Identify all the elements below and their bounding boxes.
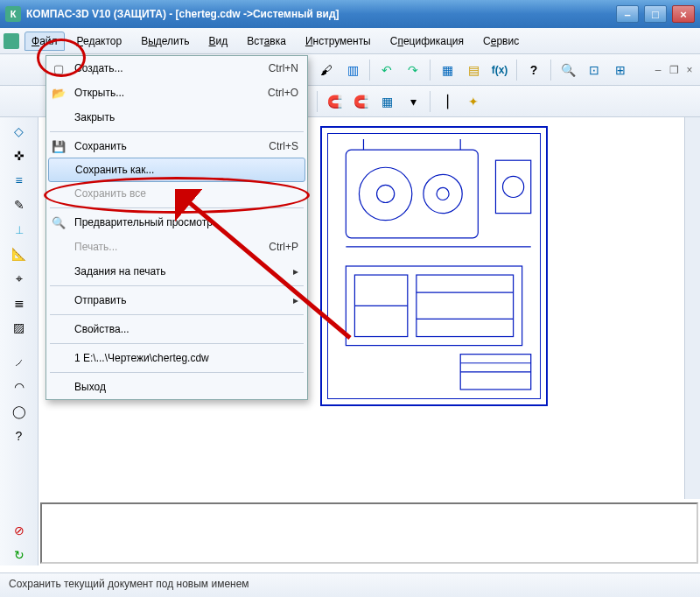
- tool-line-icon[interactable]: ⟋: [9, 352, 30, 373]
- open-folder-icon: 📂: [50, 84, 67, 102]
- tool-param-icon[interactable]: ⟂: [9, 219, 30, 240]
- blank-icon: [50, 238, 67, 256]
- window-icon[interactable]: ▥: [341, 59, 364, 81]
- statusbar: Сохранить текущий документ под новым име…: [0, 572, 700, 597]
- window-title: КОМПАС-3D V10 (ЗАЩИТА) - [cherteg.cdw ->…: [26, 8, 340, 20]
- save-disk-icon: 💾: [50, 137, 67, 155]
- tool-stop-icon[interactable]: ⊘: [9, 520, 30, 541]
- titlebar: К КОМПАС-3D V10 (ЗАЩИТА) - [cherteg.cdw …: [0, 0, 700, 28]
- separator: [50, 207, 304, 208]
- zoom-fit-icon[interactable]: ⊡: [583, 59, 606, 81]
- separator: [430, 60, 430, 81]
- line-tool-icon[interactable]: ⎮: [436, 90, 458, 113]
- tool-arc-icon[interactable]: ◠: [9, 376, 30, 397]
- dd-saveas[interactable]: Сохранить как...: [48, 158, 305, 182]
- blank-icon: [50, 349, 67, 367]
- new-document-icon: ▢: [50, 60, 67, 77]
- dd-open[interactable]: 📂 Открыть... Ctrl+O: [46, 81, 307, 105]
- minimize-button[interactable]: –: [616, 5, 639, 23]
- mdi-close-icon[interactable]: ×: [682, 63, 696, 77]
- svg-rect-6: [495, 160, 530, 213]
- fx-icon[interactable]: f(x): [488, 59, 511, 81]
- menu-insert[interactable]: Вставка: [240, 32, 293, 51]
- blank-icon: [50, 378, 67, 396]
- mdi-restore-icon[interactable]: ❐: [667, 63, 681, 77]
- svg-point-5: [437, 187, 449, 200]
- redo-icon[interactable]: ↷: [402, 59, 424, 81]
- tool-refresh-icon[interactable]: ↻: [9, 544, 30, 565]
- menu-file[interactable]: Файл: [24, 32, 65, 51]
- tool-hatch-icon[interactable]: ▨: [9, 317, 30, 338]
- tool-spec-icon[interactable]: ≣: [9, 292, 30, 313]
- separator: [550, 60, 551, 81]
- tool-edit-icon[interactable]: ✎: [9, 194, 30, 215]
- zoom-all-icon[interactable]: ⊞: [609, 59, 632, 81]
- tool-help-icon[interactable]: ?: [9, 425, 30, 446]
- separator: [516, 60, 517, 81]
- separator: [369, 60, 370, 81]
- help-icon[interactable]: ?: [522, 59, 545, 81]
- separator: [50, 343, 304, 344]
- dd-print[interactable]: Печать... Ctrl+P: [46, 235, 307, 259]
- brush-icon[interactable]: 🖌: [315, 59, 338, 81]
- dd-props[interactable]: Свойства...: [46, 317, 307, 341]
- dd-save[interactable]: 💾 Сохранить Ctrl+S: [46, 134, 307, 158]
- maximize-button[interactable]: □: [644, 5, 667, 23]
- gearbox-drawing: [328, 134, 540, 398]
- manager-icon[interactable]: ▤: [462, 59, 485, 81]
- separator: [50, 314, 304, 315]
- dd-saveall[interactable]: Сохранить все: [46, 181, 307, 206]
- menu-specification[interactable]: Спецификация: [383, 32, 471, 51]
- dd-recent[interactable]: 1 E:\...\Чертежи\cherteg.cdw: [46, 346, 307, 370]
- separator: [50, 372, 304, 373]
- library-icon[interactable]: ▦: [436, 59, 458, 81]
- blank-icon: [50, 263, 67, 280]
- menu-select[interactable]: Выделить: [134, 32, 196, 51]
- magnet-red-icon[interactable]: 🧲: [323, 90, 346, 113]
- mdi-minimize-icon[interactable]: –: [651, 63, 665, 77]
- blank-icon: [50, 109, 67, 126]
- dropdown-icon[interactable]: ▾: [402, 90, 424, 113]
- dd-preview[interactable]: 🔍 Предварительный просмотр: [46, 210, 307, 235]
- drawing-frame: [320, 126, 548, 406]
- menu-editor[interactable]: Редактор: [70, 32, 130, 51]
- separator: [50, 285, 304, 286]
- svg-point-3: [377, 185, 395, 202]
- blank-icon: [50, 291, 67, 309]
- menubar: Файл Редактор Выделить Вид Вставка Инстр…: [0, 28, 700, 54]
- vertical-scrollbar[interactable]: [684, 117, 700, 499]
- svg-point-2: [359, 167, 411, 220]
- blank-icon: [50, 185, 67, 202]
- tool-geometry-icon[interactable]: ◇: [9, 121, 30, 142]
- zoom-plus-icon[interactable]: 🔍: [556, 59, 579, 81]
- tool-designation-icon[interactable]: ≡: [9, 170, 30, 191]
- grid-icon[interactable]: ▦: [375, 90, 398, 113]
- tool-select-icon[interactable]: ⌖: [9, 268, 30, 289]
- dd-send[interactable]: Отправить ▸: [46, 288, 307, 313]
- left-toolbar: ◇ ✜ ≡ ✎ ⟂ 📐 ⌖ ≣ ▨ ⟋ ◠ ◯ ? ⊘ ↻: [0, 117, 38, 565]
- blank-icon: [50, 320, 67, 338]
- svg-rect-11: [416, 275, 514, 336]
- close-button[interactable]: ×: [672, 5, 695, 23]
- dd-exit[interactable]: Выход: [46, 375, 307, 399]
- tool-circle-icon[interactable]: ◯: [9, 401, 30, 422]
- tool-measure-icon[interactable]: 📐: [9, 243, 30, 264]
- message-panel: [40, 502, 698, 564]
- app-icon: К: [5, 6, 21, 22]
- tool-dimension-icon[interactable]: ✜: [9, 145, 30, 166]
- statusbar-text: Сохранить текущий документ под новым име…: [9, 578, 249, 590]
- sparkle-icon[interactable]: ✦: [462, 90, 485, 113]
- dd-close[interactable]: Закрыть: [46, 105, 307, 130]
- undo-icon[interactable]: ↶: [375, 59, 398, 81]
- file-dropdown: ▢ Создать... Ctrl+N 📂 Открыть... Ctrl+O …: [46, 55, 308, 400]
- menu-view[interactable]: Вид: [202, 32, 235, 51]
- blank-icon: [51, 161, 68, 179]
- menubar-app-icon: [4, 33, 19, 49]
- dd-create[interactable]: ▢ Создать... Ctrl+N: [46, 56, 307, 81]
- separator: [317, 91, 318, 112]
- menu-tools[interactable]: Инструменты: [298, 32, 378, 51]
- dd-printjobs[interactable]: Задания на печать ▸: [46, 259, 307, 284]
- menu-service[interactable]: Сервис: [476, 32, 526, 51]
- magnet-red2-icon[interactable]: 🧲: [349, 90, 372, 113]
- separator: [50, 131, 304, 132]
